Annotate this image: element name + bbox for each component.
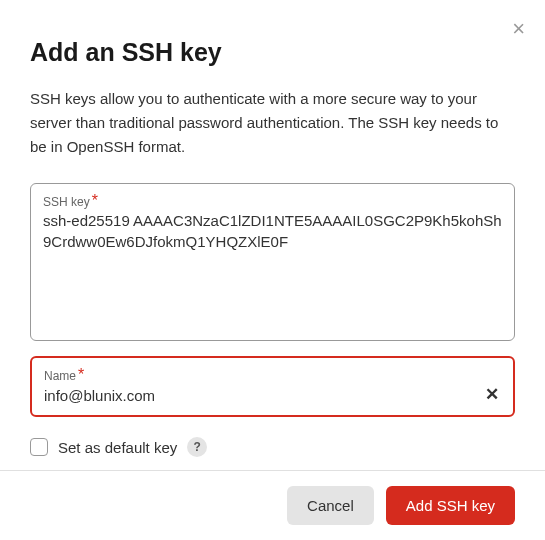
ssh-key-label: SSH key bbox=[43, 195, 90, 209]
name-label: Name bbox=[44, 369, 76, 383]
close-icon[interactable]: × bbox=[512, 18, 525, 40]
modal-content: Add an SSH key SSH keys allow you to aut… bbox=[0, 0, 545, 457]
name-input-row: ✕ bbox=[44, 384, 501, 405]
cancel-button[interactable]: Cancel bbox=[287, 486, 374, 525]
modal-footer: Cancel Add SSH key bbox=[0, 470, 545, 540]
name-label-row: Name* bbox=[44, 366, 501, 384]
name-input[interactable] bbox=[44, 385, 483, 404]
ssh-key-label-row: SSH key* bbox=[43, 192, 502, 210]
help-icon[interactable]: ? bbox=[187, 437, 207, 457]
modal-description: SSH keys allow you to authenticate with … bbox=[30, 87, 515, 159]
required-indicator: * bbox=[78, 366, 84, 383]
add-ssh-key-modal: × Add an SSH key SSH keys allow you to a… bbox=[0, 0, 545, 540]
default-key-checkbox[interactable] bbox=[30, 438, 48, 456]
add-ssh-key-button[interactable]: Add SSH key bbox=[386, 486, 515, 525]
default-key-row: Set as default key ? bbox=[30, 437, 515, 457]
ssh-key-field-wrap: SSH key* ssh-ed25519 AAAAC3NzaC1lZDI1NTE… bbox=[30, 183, 515, 341]
ssh-key-textarea[interactable]: ssh-ed25519 AAAAC3NzaC1lZDI1NTE5AAAAIL0S… bbox=[43, 210, 502, 330]
default-key-label: Set as default key bbox=[58, 439, 177, 456]
modal-title: Add an SSH key bbox=[30, 38, 515, 67]
name-field-wrap: Name* ✕ bbox=[30, 356, 515, 417]
required-indicator: * bbox=[92, 192, 98, 209]
clear-icon[interactable]: ✕ bbox=[483, 384, 501, 405]
